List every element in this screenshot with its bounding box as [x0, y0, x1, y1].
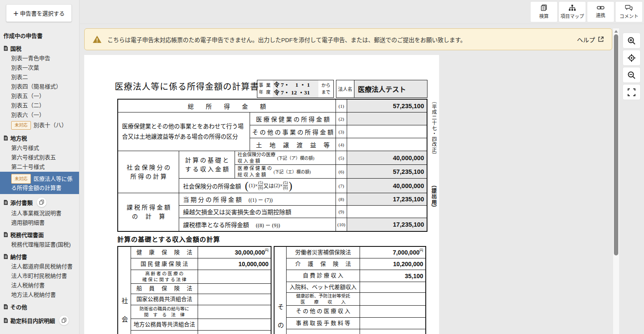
document-icon — [3, 135, 8, 141]
corp-name-value[interactable]: 医療法人テスト — [354, 80, 427, 97]
sidebar-item[interactable]: 法人事業概況説明書 — [0, 209, 79, 218]
document-icon — [3, 254, 8, 259]
group1-label: 医療保健業とその他の事業とをあわせて行う場合又は土地譲渡益等がある場合の所得の区… — [118, 112, 250, 151]
income-calculation-table: 総 所 得 金 額 (1) 57,235,100 医療保健業とその他の事業とをあ… — [117, 99, 427, 232]
comment-icon — [625, 5, 633, 11]
document-icon — [3, 200, 8, 205]
row10-value[interactable]: 17,235,100 — [347, 218, 427, 231]
fiscal-dates[interactable]: 令 7・ 1 ・ 1令 7・ 12 ・31 — [273, 80, 318, 97]
zoom-in-button[interactable] — [623, 33, 641, 49]
select-form-label: 申告書を選択する — [20, 10, 65, 17]
row5-value[interactable]: 40,000,000 — [347, 151, 427, 165]
zoom-out-button[interactable] — [623, 67, 641, 83]
warning-text: こちらは電子申告未対応帳票のため電子申告できません。出力したPDFを添付して電子… — [107, 35, 466, 44]
warning-banner: こちらは電子申告未対応帳票のため電子申告できません。出力したPDFを添付して電子… — [84, 28, 612, 50]
scrollbar-thumb[interactable] — [614, 34, 618, 255]
row3-value[interactable] — [347, 125, 427, 138]
help-link[interactable]: ヘルプ — [577, 35, 604, 44]
sidebar-item[interactable]: 法人税納付書 — [0, 281, 79, 290]
sidebar-item[interactable]: 法人都道府県民税納付書 — [0, 262, 79, 271]
section-tempu: 添付書類 — [0, 194, 79, 209]
section-nofusho: 納付書 — [0, 249, 79, 262]
section2-title: 計算の基礎とする収入金額の計算 — [117, 234, 220, 243]
value-cell[interactable] — [360, 318, 425, 329]
group3-label: 課 税 所 得 金 額 の 計 算 — [118, 193, 179, 231]
sidebar-item[interactable]: 別表六（一） — [0, 110, 79, 120]
sidebar: ＋申告書を選択する 作成中の申告書 国税 別表一青色申告 別表一次葉 別表二 別… — [0, 0, 79, 334]
fiscal-year-box[interactable]: 事 業年 度 令 7・ 1 ・ 1令 7・ 12 ・31 からまで — [257, 80, 334, 98]
row8-value[interactable]: 17,235,100 — [347, 193, 427, 206]
submission-note: （提出用） — [430, 182, 438, 211]
calculator-icon — [540, 4, 547, 11]
value-cell[interactable]: 35,100 — [360, 270, 425, 282]
copy-icon[interactable] — [37, 197, 47, 207]
revenue-table-left: 社会 健 康 保 険 法30,000,000円 国 民 健 康 保 険 法10,… — [117, 246, 272, 334]
value-cell[interactable] — [198, 305, 271, 319]
unsupported-badge: 未対応 — [11, 174, 31, 184]
verify-button[interactable]: 検算 — [530, 1, 558, 22]
document-icon — [3, 304, 8, 310]
value-cell[interactable] — [198, 319, 271, 330]
item-map-button[interactable]: 項目マップ — [559, 1, 586, 22]
sidebar-heading: 作成中の申告書 — [0, 29, 79, 41]
corp-label: 法人名 — [336, 80, 354, 97]
sidebar-item[interactable]: 第六号様式 — [0, 143, 79, 153]
form-page: 医療法人等に係る所得金額の計算書 事 業年 度 令 7・ 1 ・ 1令 7・ 1… — [84, 55, 439, 334]
sidebar-item[interactable]: 別表二 — [0, 73, 79, 82]
value-cell[interactable]: 10,000,000 — [198, 258, 271, 270]
sidebar-item[interactable]: 地方法人税納付書 — [0, 290, 79, 300]
scroll-up-arrow[interactable] — [614, 30, 618, 33]
row9-value[interactable] — [347, 206, 427, 218]
link-button[interactable]: 連携 — [587, 1, 614, 22]
comment-button[interactable]: コメント — [615, 1, 643, 22]
section-kokuzei: 国税 — [0, 41, 79, 54]
sidebar-item[interactable]: 法人市町村民税納付書 — [0, 271, 79, 281]
corporation-name-box[interactable]: 法人名 医療法人テスト — [336, 80, 427, 98]
section-chihouzei: 地方税 — [0, 131, 79, 143]
row7-value[interactable]: 40,000,000 — [347, 179, 427, 193]
value-cell[interactable] — [360, 282, 425, 292]
form-title: 医療法人等に係る所得金額の計算書 — [115, 80, 259, 92]
select-form-button[interactable]: ＋申告書を選択する — [6, 4, 72, 22]
value-cell[interactable] — [198, 294, 271, 305]
value-cell[interactable] — [198, 284, 271, 294]
value-cell[interactable]: 7,000,000円 — [360, 247, 425, 258]
sidebar-item-active[interactable]: 未対応医療法人等に係る所得金額の計算書 — [0, 172, 79, 194]
value-cell[interactable]: 10,200,000 — [360, 258, 425, 270]
sidebar-item[interactable]: 別表五（二） — [0, 101, 79, 110]
sidebar-item[interactable]: 別表四（簡易様式） — [0, 82, 79, 91]
value-cell[interactable]: 30,000,000円 — [198, 247, 271, 258]
row4-value[interactable] — [347, 138, 427, 151]
revision-note: （平成二十七・四改正） — [430, 99, 437, 158]
row1-label: 総 所 得 金 額 — [118, 100, 336, 112]
center-target-button[interactable] — [623, 50, 641, 66]
sidebar-item[interactable]: 別表一次葉 — [0, 63, 79, 73]
sitemap-icon — [568, 4, 576, 11]
document-icon — [3, 46, 8, 51]
side-label-shakai: 社会 — [120, 298, 129, 334]
fullscreen-button[interactable] — [623, 84, 641, 100]
value-cell[interactable] — [360, 329, 425, 334]
vertical-scrollbar[interactable] — [613, 28, 619, 334]
link-icon — [597, 5, 604, 10]
sidebar-item[interactable]: 適用額明細書 — [0, 218, 79, 228]
topbar: 検算 項目マップ 連携 コメント — [80, 0, 644, 24]
document-icon — [3, 318, 8, 323]
row1-value[interactable]: 57,235,100 — [347, 100, 427, 112]
value-cell[interactable] — [360, 293, 425, 305]
value-cell[interactable] — [198, 331, 271, 334]
sidebar-item[interactable]: 別表五（一） — [0, 91, 79, 101]
row6-value[interactable]: 57,235,100 — [347, 165, 427, 179]
side-label-sonota: その — [276, 304, 285, 334]
value-cell[interactable] — [198, 270, 271, 283]
sidebar-item[interactable]: 第六号様式別表五 — [0, 153, 79, 162]
sidebar-item[interactable]: 税務代理権限証書(国税) — [0, 240, 79, 249]
sidebar-item[interactable]: 未対応別表十（八） — [0, 120, 79, 131]
sidebar-item[interactable]: 第二十号様式 — [0, 162, 79, 172]
group2-label: 社 会 保 険 分 の 所 得 の 計 算 — [118, 151, 179, 193]
row2-value[interactable] — [347, 112, 427, 125]
sidebar-item[interactable]: 別表一青色申告 — [0, 54, 79, 63]
value-cell[interactable] — [360, 306, 425, 317]
unsupported-badge: 未対応 — [11, 121, 31, 130]
copy-icon[interactable] — [59, 315, 69, 325]
